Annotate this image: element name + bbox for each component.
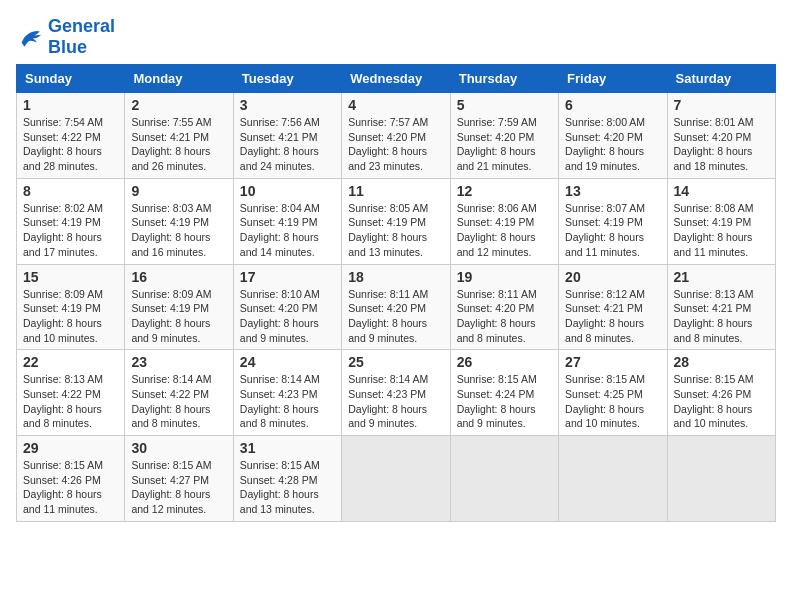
day-number: 27: [565, 354, 660, 370]
calendar-table: SundayMondayTuesdayWednesdayThursdayFrid…: [16, 64, 776, 522]
day-number: 8: [23, 183, 118, 199]
calendar-cell: 1Sunrise: 7:54 AMSunset: 4:22 PMDaylight…: [17, 93, 125, 179]
day-number: 19: [457, 269, 552, 285]
day-info: Sunrise: 8:04 AMSunset: 4:19 PMDaylight:…: [240, 202, 320, 258]
logo-text: General Blue: [48, 16, 115, 58]
day-info: Sunrise: 8:01 AMSunset: 4:20 PMDaylight:…: [674, 116, 754, 172]
calendar-cell: 11Sunrise: 8:05 AMSunset: 4:19 PMDayligh…: [342, 178, 450, 264]
calendar-cell: 8Sunrise: 8:02 AMSunset: 4:19 PMDaylight…: [17, 178, 125, 264]
day-info: Sunrise: 7:56 AMSunset: 4:21 PMDaylight:…: [240, 116, 320, 172]
calendar-cell: 10Sunrise: 8:04 AMSunset: 4:19 PMDayligh…: [233, 178, 341, 264]
day-info: Sunrise: 8:03 AMSunset: 4:19 PMDaylight:…: [131, 202, 211, 258]
day-info: Sunrise: 8:15 AMSunset: 4:26 PMDaylight:…: [674, 373, 754, 429]
day-number: 30: [131, 440, 226, 456]
calendar-cell: 30Sunrise: 8:15 AMSunset: 4:27 PMDayligh…: [125, 436, 233, 522]
day-number: 23: [131, 354, 226, 370]
calendar-cell: 20Sunrise: 8:12 AMSunset: 4:21 PMDayligh…: [559, 264, 667, 350]
header-day-friday: Friday: [559, 65, 667, 93]
day-number: 31: [240, 440, 335, 456]
day-info: Sunrise: 8:13 AMSunset: 4:21 PMDaylight:…: [674, 288, 754, 344]
calendar-cell: 5Sunrise: 7:59 AMSunset: 4:20 PMDaylight…: [450, 93, 558, 179]
day-number: 20: [565, 269, 660, 285]
week-row-1: 1Sunrise: 7:54 AMSunset: 4:22 PMDaylight…: [17, 93, 776, 179]
day-info: Sunrise: 8:13 AMSunset: 4:22 PMDaylight:…: [23, 373, 103, 429]
calendar-cell: 13Sunrise: 8:07 AMSunset: 4:19 PMDayligh…: [559, 178, 667, 264]
calendar-cell: 18Sunrise: 8:11 AMSunset: 4:20 PMDayligh…: [342, 264, 450, 350]
calendar-cell: 31Sunrise: 8:15 AMSunset: 4:28 PMDayligh…: [233, 436, 341, 522]
header-day-sunday: Sunday: [17, 65, 125, 93]
calendar-cell: 6Sunrise: 8:00 AMSunset: 4:20 PMDaylight…: [559, 93, 667, 179]
week-row-4: 22Sunrise: 8:13 AMSunset: 4:22 PMDayligh…: [17, 350, 776, 436]
day-number: 7: [674, 97, 769, 113]
calendar-cell: 15Sunrise: 8:09 AMSunset: 4:19 PMDayligh…: [17, 264, 125, 350]
day-info: Sunrise: 8:14 AMSunset: 4:23 PMDaylight:…: [240, 373, 320, 429]
calendar-cell: 29Sunrise: 8:15 AMSunset: 4:26 PMDayligh…: [17, 436, 125, 522]
week-row-3: 15Sunrise: 8:09 AMSunset: 4:19 PMDayligh…: [17, 264, 776, 350]
day-info: Sunrise: 8:08 AMSunset: 4:19 PMDaylight:…: [674, 202, 754, 258]
day-info: Sunrise: 8:09 AMSunset: 4:19 PMDaylight:…: [23, 288, 103, 344]
header-day-tuesday: Tuesday: [233, 65, 341, 93]
day-number: 26: [457, 354, 552, 370]
day-number: 10: [240, 183, 335, 199]
calendar-cell: 2Sunrise: 7:55 AMSunset: 4:21 PMDaylight…: [125, 93, 233, 179]
day-number: 15: [23, 269, 118, 285]
day-info: Sunrise: 8:15 AMSunset: 4:25 PMDaylight:…: [565, 373, 645, 429]
day-info: Sunrise: 8:11 AMSunset: 4:20 PMDaylight:…: [348, 288, 428, 344]
calendar-cell: 28Sunrise: 8:15 AMSunset: 4:26 PMDayligh…: [667, 350, 775, 436]
calendar-cell: 23Sunrise: 8:14 AMSunset: 4:22 PMDayligh…: [125, 350, 233, 436]
header-day-thursday: Thursday: [450, 65, 558, 93]
day-info: Sunrise: 7:54 AMSunset: 4:22 PMDaylight:…: [23, 116, 103, 172]
day-number: 18: [348, 269, 443, 285]
day-number: 4: [348, 97, 443, 113]
calendar-cell: [559, 436, 667, 522]
day-info: Sunrise: 7:57 AMSunset: 4:20 PMDaylight:…: [348, 116, 428, 172]
calendar-cell: [667, 436, 775, 522]
logo-icon: [16, 23, 44, 51]
day-number: 12: [457, 183, 552, 199]
calendar-cell: 12Sunrise: 8:06 AMSunset: 4:19 PMDayligh…: [450, 178, 558, 264]
calendar-cell: [450, 436, 558, 522]
calendar-cell: 24Sunrise: 8:14 AMSunset: 4:23 PMDayligh…: [233, 350, 341, 436]
day-info: Sunrise: 8:06 AMSunset: 4:19 PMDaylight:…: [457, 202, 537, 258]
header-day-saturday: Saturday: [667, 65, 775, 93]
header-day-monday: Monday: [125, 65, 233, 93]
calendar-cell: 17Sunrise: 8:10 AMSunset: 4:20 PMDayligh…: [233, 264, 341, 350]
day-number: 3: [240, 97, 335, 113]
day-info: Sunrise: 8:15 AMSunset: 4:27 PMDaylight:…: [131, 459, 211, 515]
week-row-5: 29Sunrise: 8:15 AMSunset: 4:26 PMDayligh…: [17, 436, 776, 522]
day-number: 17: [240, 269, 335, 285]
calendar-cell: 27Sunrise: 8:15 AMSunset: 4:25 PMDayligh…: [559, 350, 667, 436]
day-number: 1: [23, 97, 118, 113]
day-info: Sunrise: 8:07 AMSunset: 4:19 PMDaylight:…: [565, 202, 645, 258]
calendar-cell: 25Sunrise: 8:14 AMSunset: 4:23 PMDayligh…: [342, 350, 450, 436]
calendar-cell: 21Sunrise: 8:13 AMSunset: 4:21 PMDayligh…: [667, 264, 775, 350]
calendar-cell: 19Sunrise: 8:11 AMSunset: 4:20 PMDayligh…: [450, 264, 558, 350]
day-number: 5: [457, 97, 552, 113]
day-number: 6: [565, 97, 660, 113]
day-info: Sunrise: 8:02 AMSunset: 4:19 PMDaylight:…: [23, 202, 103, 258]
day-number: 2: [131, 97, 226, 113]
day-info: Sunrise: 8:12 AMSunset: 4:21 PMDaylight:…: [565, 288, 645, 344]
day-number: 16: [131, 269, 226, 285]
header-day-wednesday: Wednesday: [342, 65, 450, 93]
week-row-2: 8Sunrise: 8:02 AMSunset: 4:19 PMDaylight…: [17, 178, 776, 264]
day-info: Sunrise: 8:00 AMSunset: 4:20 PMDaylight:…: [565, 116, 645, 172]
day-number: 28: [674, 354, 769, 370]
day-info: Sunrise: 8:15 AMSunset: 4:26 PMDaylight:…: [23, 459, 103, 515]
day-info: Sunrise: 8:15 AMSunset: 4:28 PMDaylight:…: [240, 459, 320, 515]
calendar-cell: 3Sunrise: 7:56 AMSunset: 4:21 PMDaylight…: [233, 93, 341, 179]
day-number: 11: [348, 183, 443, 199]
header-row: SundayMondayTuesdayWednesdayThursdayFrid…: [17, 65, 776, 93]
day-number: 24: [240, 354, 335, 370]
calendar-cell: [342, 436, 450, 522]
day-info: Sunrise: 7:55 AMSunset: 4:21 PMDaylight:…: [131, 116, 211, 172]
day-info: Sunrise: 8:14 AMSunset: 4:22 PMDaylight:…: [131, 373, 211, 429]
logo: General Blue: [16, 16, 115, 58]
day-info: Sunrise: 8:14 AMSunset: 4:23 PMDaylight:…: [348, 373, 428, 429]
day-number: 29: [23, 440, 118, 456]
header: General Blue: [16, 16, 776, 58]
day-number: 25: [348, 354, 443, 370]
day-number: 13: [565, 183, 660, 199]
day-info: Sunrise: 8:15 AMSunset: 4:24 PMDaylight:…: [457, 373, 537, 429]
day-number: 14: [674, 183, 769, 199]
